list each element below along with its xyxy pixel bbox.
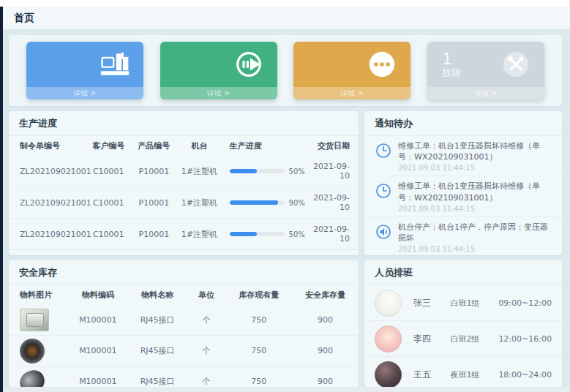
cell-order-no: ZL202109021001 <box>9 250 86 256</box>
pending-detail-link[interactable]: 详情 > <box>293 87 410 99</box>
cell-customer-no: C10001 <box>86 219 131 250</box>
cell-delivery-date: 2021-09-10 <box>310 250 359 256</box>
speaker-icon <box>375 223 392 241</box>
cell-product-no: P10001 <box>131 187 176 219</box>
notifications-panel: 通知待办 维修工单：机台1变压器损坏待维修（单号：WX202109031001）… <box>364 111 562 255</box>
inventory-table: 物料图片 物料编码 物料名称 单位 库存现有量 安全库存量 M100001 RJ… <box>9 285 359 387</box>
progress-bar <box>230 232 284 236</box>
cell-product-no: P10001 <box>131 250 176 256</box>
cell-machine: 1#注塑机 <box>176 156 222 187</box>
staff-row: 张三 白班1组 09:00~12:00 <box>364 285 562 321</box>
cell-material-image <box>9 335 68 366</box>
avatar <box>375 325 402 353</box>
staff-row: 李四 白班2组 12:00~16:00 <box>364 321 562 357</box>
cell-progress: 50% <box>222 219 310 250</box>
card-body: 1 故障 <box>427 42 544 87</box>
table-row: M100001 RJ45接口 个 750 900 <box>9 305 359 335</box>
col-product-no: 产品编号 <box>131 136 176 156</box>
avatar <box>375 361 402 387</box>
fault-detail-link[interactable]: 详情 > <box>427 87 544 99</box>
staff-time: 18:00~24:00 <box>498 370 552 380</box>
notification-content: 机台停产：机台1停产，停产原因：变压器损坏 2021.09.03 11:44:1… <box>398 222 553 253</box>
notification-text: 维修工单：机台1变压器损坏待维修（单号：WX202109031001） <box>398 140 553 162</box>
staff-time: 09:00~12:00 <box>498 298 552 308</box>
progress-percent: 50% <box>289 167 305 176</box>
staff-name: 李四 <box>413 333 450 345</box>
running-detail-link[interactable]: 详情 > <box>160 87 277 99</box>
cell-order-no: ZL202109021001 <box>9 187 86 219</box>
cell-unit: 个 <box>187 366 226 387</box>
ellipsis-icon <box>365 48 399 81</box>
stat-card-total-machines[interactable]: 26 总机台数量 详情 > <box>26 42 143 99</box>
cell-order-no: ZL202109021001 <box>9 219 86 250</box>
table-row: M100001 RJ45接口 个 750 900 <box>9 335 359 366</box>
cnc-machine-icon <box>98 48 132 81</box>
total-machines-detail-link[interactable]: 详情 > <box>26 87 143 99</box>
cell-progress: 90% <box>222 187 310 219</box>
notification-text: 维修工单：机台1变压器损坏待维修（单号：WX202109031001） <box>398 181 553 203</box>
safety-inventory-panel: 安全库存 物料图片 物料编码 物料名称 单位 库存现有量 安全库存量 M <box>9 260 359 387</box>
total-machines-label: 总机台数量 <box>41 68 89 79</box>
cell-machine: 1#注塑机 <box>176 250 222 256</box>
running-label: 运行中 <box>175 68 203 79</box>
col-safety-qty: 安全库存量 <box>292 285 359 305</box>
staff-schedule-title: 人员排班 <box>364 260 562 285</box>
staff-shift: 白班1组 <box>450 298 498 309</box>
bottom-scrollbar-track <box>3 387 570 392</box>
cell-product-no: P10001 <box>131 156 176 187</box>
cell-progress: 50% <box>222 156 310 187</box>
rj45-connector-photo <box>20 309 49 331</box>
col-material-name: 物料名称 <box>128 285 187 305</box>
fault-value: 1 <box>442 50 461 68</box>
table-row: ZL202109021001 C10001 P10001 1#注塑机 50% 2… <box>9 250 359 256</box>
clock-icon <box>375 182 392 200</box>
cell-stock-qty: 750 <box>225 335 292 366</box>
col-material-code: 物料编码 <box>68 285 127 305</box>
card-numbers: 5 待产 <box>308 50 327 79</box>
notification-content: 维修工单：机台1变压器损坏待维修（单号：WX202109031001） 2021… <box>398 140 553 172</box>
repair-tools-icon <box>499 48 533 81</box>
production-progress-panel: 生产进度 制令单编号 客户编号 产品编号 机台 生产进度 交货日期 ZL2021… <box>9 111 359 255</box>
cell-safety-qty: 900 <box>292 335 359 366</box>
stat-card-fault[interactable]: 1 故障 详情 > <box>427 42 544 99</box>
cell-customer-no: C10001 <box>86 250 131 256</box>
page-header: 首页 <box>0 7 570 30</box>
cell-customer-no: C10001 <box>86 187 131 219</box>
running-value: 20 <box>175 50 203 68</box>
table-row: M100001 RJ45接口 个 750 900 <box>9 366 359 387</box>
avatar <box>375 290 402 317</box>
table-row: ZL202109021001 C10001 P10001 1#注塑机 90% 2… <box>9 187 359 219</box>
cell-material-name: RJ45接口 <box>128 366 187 387</box>
stat-card-pending[interactable]: 5 待产 详情 > <box>293 42 410 99</box>
cell-stock-qty: 750 <box>225 366 292 387</box>
table-row: ZL202109021001 C10001 P10001 1#注塑机 50% 2… <box>9 156 359 187</box>
cell-stock-qty: 750 <box>225 305 292 335</box>
cell-material-image <box>9 305 68 335</box>
notification-item[interactable]: 机台停产：机台1停产，停产原因：变压器损坏 2021.09.03 11:44:1… <box>364 217 562 255</box>
pending-value: 5 <box>308 50 327 68</box>
card-body: 20 运行中 <box>160 42 277 87</box>
dashboard-content: 26 总机台数量 详情 > 20 <box>0 30 570 387</box>
clock-icon <box>375 142 392 159</box>
stat-card-running[interactable]: 20 运行中 详情 > <box>160 42 277 99</box>
card-body: 26 总机台数量 <box>26 42 143 87</box>
cell-machine: 1#注塑机 <box>176 187 222 219</box>
col-progress: 生产进度 <box>222 136 310 156</box>
cell-unit: 个 <box>187 305 226 335</box>
safety-inventory-title: 安全库存 <box>9 260 359 285</box>
cone-speaker-photo <box>17 367 48 387</box>
cell-unit: 个 <box>187 335 226 366</box>
col-order-no: 制令单编号 <box>9 136 86 156</box>
cell-product-no: P10001 <box>131 219 176 250</box>
production-table: 制令单编号 客户编号 产品编号 机台 生产进度 交货日期 ZL202109021… <box>9 136 359 255</box>
window-top-strip <box>0 0 570 7</box>
stat-cards-panel: 26 总机台数量 详情 > 20 <box>9 35 562 106</box>
col-delivery-date: 交货日期 <box>310 136 359 156</box>
cell-safety-qty: 900 <box>292 366 359 387</box>
notification-item[interactable]: 维修工单：机台1变压器损坏待维修（单号：WX202109031001） 2021… <box>364 136 562 176</box>
col-machine: 机台 <box>176 136 222 156</box>
staff-schedule-panel: 人员排班 张三 白班1组 09:00~12:00 李四 白班2组 12:00~1… <box>364 260 562 387</box>
cell-delivery-date: 2021-09-10 <box>310 156 359 187</box>
notification-item[interactable]: 维修工单：机台1变压器损坏待维修（单号：WX202109031001） 2021… <box>364 176 562 216</box>
cell-customer-no: C10001 <box>86 156 131 187</box>
